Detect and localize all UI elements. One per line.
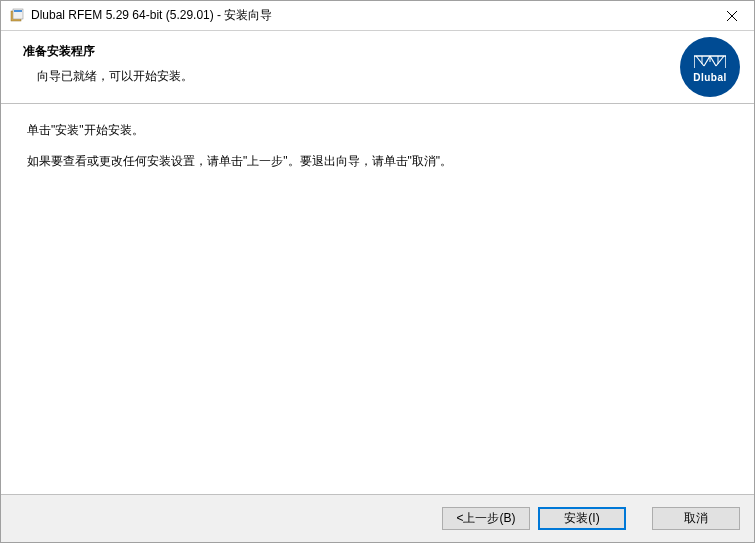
header-panel: 准备安装程序 向导已就绪，可以开始安装。 Dlubal (1, 31, 754, 104)
window-title: Dlubal RFEM 5.29 64-bit (5.29.01) - 安装向导 (31, 7, 709, 24)
content-panel: 单击"安装"开始安装。 如果要查看或更改任何安装设置，请单击"上一步"。要退出向… (1, 104, 754, 494)
svg-line-10 (710, 56, 716, 66)
svg-line-11 (716, 56, 724, 66)
app-icon (9, 8, 25, 24)
header-title: 准备安装程序 (23, 43, 754, 60)
nav-button-group: <上一步(B) 安装(I) (442, 507, 626, 530)
dlubal-logo: Dlubal (680, 37, 740, 97)
svg-rect-2 (14, 10, 22, 12)
logo-text: Dlubal (693, 72, 727, 83)
close-button[interactable] (709, 1, 754, 30)
bridge-icon (694, 52, 726, 70)
installer-window: Dlubal RFEM 5.29 64-bit (5.29.01) - 安装向导… (0, 0, 755, 543)
button-panel: <上一步(B) 安装(I) 取消 (1, 494, 754, 542)
svg-line-8 (696, 56, 704, 66)
content-instruction-2: 如果要查看或更改任何安装设置，请单击"上一步"。要退出向导，请单击"取消"。 (27, 153, 728, 170)
back-button[interactable]: <上一步(B) (442, 507, 530, 530)
install-button[interactable]: 安装(I) (538, 507, 626, 530)
content-instruction-1: 单击"安装"开始安装。 (27, 122, 728, 139)
titlebar: Dlubal RFEM 5.29 64-bit (5.29.01) - 安装向导 (1, 1, 754, 31)
cancel-button[interactable]: 取消 (652, 507, 740, 530)
header-subtitle: 向导已就绪，可以开始安装。 (23, 68, 754, 85)
header-text: 准备安装程序 向导已就绪，可以开始安装。 (23, 43, 754, 85)
svg-line-9 (704, 56, 710, 66)
